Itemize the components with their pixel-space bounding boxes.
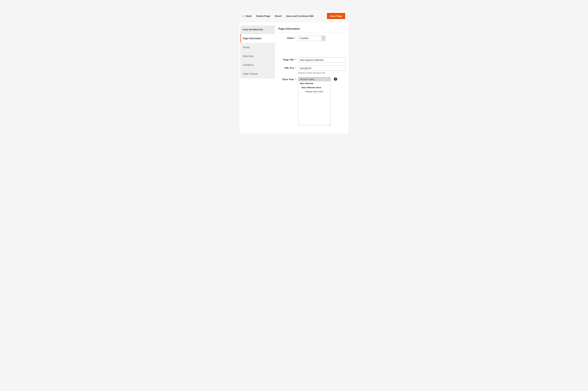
svg-line-2 <box>330 125 330 125</box>
urlkey-label: URL Key * <box>278 66 298 69</box>
required-asterisk: * <box>295 37 296 39</box>
storeview-group-main-store[interactable]: Main Website Store <box>298 86 330 90</box>
status-label-text: Status <box>287 37 294 39</box>
required-asterisk: * <box>295 67 296 69</box>
tab-meta-data[interactable]: Meta Data <box>241 52 275 61</box>
storeview-listbox[interactable]: All Store Views Main Website Main Websit… <box>298 77 331 125</box>
tab-design[interactable]: Design <box>241 43 275 52</box>
help-icon[interactable]: ? <box>334 77 337 81</box>
tab-conditions[interactable]: Conditions <box>241 61 275 69</box>
pagetitle-label: Page Title * <box>278 57 298 61</box>
back-button[interactable]: Back <box>242 15 252 17</box>
status-select[interactable]: Enabled <box>298 36 326 41</box>
resize-handle-icon[interactable] <box>328 123 330 125</box>
storeview-row: Store View * All Store Views Main Websit… <box>278 77 346 125</box>
tab-page-products[interactable]: Page Products <box>241 69 275 78</box>
status-label: Status * <box>278 36 298 39</box>
urlkey-hint: Relative to Web Site Base URL <box>298 72 346 74</box>
status-value: Enabled <box>298 36 321 41</box>
storeview-label: Store View * <box>278 77 298 81</box>
reset-button[interactable]: Reset <box>275 15 282 17</box>
storeview-option-default[interactable]: Default Store View <box>298 90 330 94</box>
content: Page Information Status * Enabled <box>278 25 346 128</box>
pagetitle-label-text: Page Title <box>283 58 294 61</box>
pagetitle-input[interactable] <box>298 57 346 63</box>
storeview-option-all[interactable]: All Store Views <box>298 77 330 81</box>
arrow-left-icon <box>242 15 244 17</box>
delete-page-button[interactable]: Delete Page <box>256 15 270 17</box>
panel-body: PAGE INFORMATION Page Information Design… <box>239 22 349 134</box>
admin-panel: Back Delete Page Reset Save and Continue… <box>239 10 349 134</box>
storeview-group-main-website[interactable]: Main Website <box>298 81 330 86</box>
section-title: Page Information <box>278 27 346 32</box>
tab-page-information[interactable]: Page Information <box>241 34 275 43</box>
save-page-button[interactable]: Save Page <box>327 13 345 19</box>
urlkey-input[interactable] <box>298 66 346 71</box>
pagetitle-row: Page Title * <box>278 57 346 63</box>
tab-list: Page Information Design Meta Data Condit… <box>240 34 275 78</box>
storeview-label-text: Store View <box>282 78 294 81</box>
back-label: Back <box>246 15 252 17</box>
toolbar: Back Delete Page Reset Save and Continue… <box>239 10 349 22</box>
save-continue-button[interactable]: Save and Continue Edit <box>286 15 314 17</box>
required-asterisk: * <box>295 58 296 61</box>
urlkey-label-text: URL Key <box>285 67 294 69</box>
chevron-down-icon <box>321 36 325 41</box>
status-row: Status * Enabled <box>278 36 346 41</box>
required-asterisk: * <box>295 78 296 81</box>
sidebar-header: PAGE INFORMATION <box>240 25 275 34</box>
urlkey-row: URL Key * Relative to Web Site Base URL <box>278 66 346 74</box>
sidebar: PAGE INFORMATION Page Information Design… <box>240 25 275 128</box>
